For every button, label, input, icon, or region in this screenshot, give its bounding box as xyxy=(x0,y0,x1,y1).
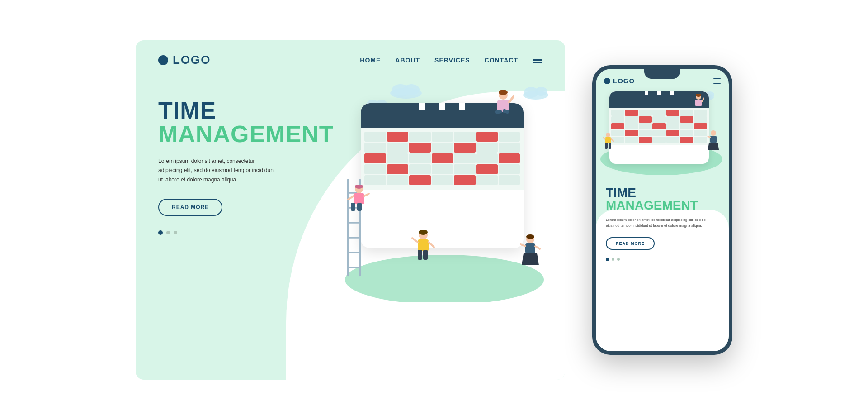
hero-description: Lorem ipsum dolor sit amet, consectetur … xyxy=(158,157,276,184)
svg-point-2 xyxy=(403,84,420,95)
calendar-row-3 xyxy=(364,153,520,163)
nav-link-about[interactable]: ABOUT xyxy=(395,57,420,64)
phone-hamburger-menu[interactable] xyxy=(713,78,721,84)
svg-rect-59 xyxy=(609,143,611,149)
hamburger-line xyxy=(533,59,542,61)
cloud-2-icon xyxy=(521,85,551,100)
svg-point-39 xyxy=(526,234,534,239)
svg-line-37 xyxy=(429,242,434,247)
svg-rect-33 xyxy=(418,239,429,251)
hero-text: TIME MANAGEMENT Lorem ipsum dolor sit am… xyxy=(158,90,334,235)
calendar-row-2 xyxy=(364,143,520,153)
hamburger-menu[interactable] xyxy=(533,57,542,64)
calendar-row-4 xyxy=(364,164,520,174)
phone-screen: LOGO xyxy=(596,69,729,351)
logo-area: LOGO xyxy=(158,53,211,67)
phone-logo-area: LOGO xyxy=(604,77,635,85)
calendar-row-5 xyxy=(364,175,520,185)
svg-line-30 xyxy=(364,194,369,196)
phone-cal-row-4 xyxy=(611,130,707,136)
svg-point-56 xyxy=(606,133,610,137)
phone-calendar-rings xyxy=(643,91,675,97)
hamburger-line xyxy=(533,57,542,58)
phone-hero-description: Lorem ipsum dolor sit amet, consectetur … xyxy=(606,217,719,229)
phone-person-top-icon xyxy=(690,94,704,116)
svg-line-60 xyxy=(603,137,605,139)
svg-rect-34 xyxy=(418,250,422,260)
logo-text: LOGO xyxy=(173,53,211,67)
nav-link-services[interactable]: SERVICES xyxy=(434,57,470,64)
svg-line-52 xyxy=(702,98,704,101)
hero-title-management: MANAGEMENT xyxy=(158,122,334,146)
calendar-grid xyxy=(361,128,524,190)
phone-cal-row-5 xyxy=(611,137,707,143)
phone-hamburger-line xyxy=(713,83,721,84)
phone-mockup: LOGO xyxy=(592,65,732,355)
svg-line-23 xyxy=(509,96,514,102)
phone-person-yellow-icon xyxy=(603,132,614,153)
phone-person-standing-icon xyxy=(707,130,720,155)
svg-line-41 xyxy=(521,244,525,246)
cloud-1-icon xyxy=(388,81,424,99)
svg-line-36 xyxy=(412,238,418,242)
phone-read-more-button[interactable]: READ MORE xyxy=(606,237,655,250)
calendar-rings xyxy=(417,103,467,111)
main-container: LOGO HOME ABOUT SERVICES CONTACT TIME MA… xyxy=(0,0,868,420)
phone-hero-title-management: MANAGEMENT xyxy=(606,199,719,212)
svg-line-55 xyxy=(708,136,710,138)
svg-point-9 xyxy=(345,255,544,302)
svg-point-19 xyxy=(499,90,508,95)
phone-cal-row-2 xyxy=(611,116,707,123)
desktop-mockup: LOGO HOME ABOUT SERVICES CONTACT TIME MA… xyxy=(136,40,565,380)
svg-rect-35 xyxy=(423,250,428,260)
phone-pagination-dots xyxy=(606,258,719,261)
nav-links: HOME ABOUT SERVICES CONTACT xyxy=(360,57,542,64)
phone-hero-title-time: TIME xyxy=(606,186,719,199)
phone-ring-3 xyxy=(669,91,675,97)
phone-notch xyxy=(644,69,680,79)
nav-link-contact[interactable]: CONTACT xyxy=(485,57,518,64)
dot-active xyxy=(158,230,163,235)
phone-logo-dot-icon xyxy=(604,78,610,84)
phone-hamburger-line xyxy=(713,78,721,79)
person-ladder-icon xyxy=(346,185,371,221)
calendar-row-1 xyxy=(364,132,520,142)
phone-content-area: TIME MANAGEMENT Lorem ipsum dolor sit am… xyxy=(596,177,729,261)
svg-line-61 xyxy=(611,139,613,141)
svg-point-53 xyxy=(711,130,716,136)
person-top-icon xyxy=(487,90,514,130)
desktop-hero: TIME MANAGEMENT Lorem ipsum dolor sit am… xyxy=(136,67,565,311)
svg-rect-26 xyxy=(354,193,364,204)
phone-dot-active xyxy=(606,258,609,261)
logo-dot-icon xyxy=(158,55,168,65)
nav-link-home[interactable]: HOME xyxy=(360,57,381,64)
svg-line-42 xyxy=(535,246,540,249)
hero-title-time: TIME xyxy=(158,99,334,122)
pagination-dots xyxy=(158,230,334,235)
svg-point-5 xyxy=(535,87,547,96)
dot-1 xyxy=(166,231,170,234)
phone-ring-1 xyxy=(643,91,650,97)
desktop-navbar: LOGO HOME ABOUT SERVICES CONTACT xyxy=(136,40,565,67)
calendar-illustration xyxy=(334,76,565,311)
svg-rect-57 xyxy=(605,137,611,143)
hamburger-line xyxy=(533,62,542,64)
ring-1 xyxy=(417,103,427,111)
phone-dot-1 xyxy=(612,258,614,261)
person-standing-1-icon xyxy=(410,230,435,271)
person-standing-2-icon xyxy=(519,234,542,275)
ring-3 xyxy=(457,103,467,111)
svg-rect-51 xyxy=(695,100,702,106)
read-more-button[interactable]: READ MORE xyxy=(158,199,222,216)
svg-line-29 xyxy=(348,196,354,200)
svg-rect-40 xyxy=(525,243,535,253)
phone-logo-text: LOGO xyxy=(613,77,635,85)
svg-rect-27 xyxy=(351,203,355,211)
svg-rect-58 xyxy=(605,143,608,149)
svg-rect-28 xyxy=(357,203,362,211)
phone-ring-2 xyxy=(656,91,662,97)
phone-dot-2 xyxy=(617,258,620,261)
svg-rect-54 xyxy=(710,136,717,143)
ring-2 xyxy=(437,103,447,111)
phone-calendar-area xyxy=(596,87,729,177)
